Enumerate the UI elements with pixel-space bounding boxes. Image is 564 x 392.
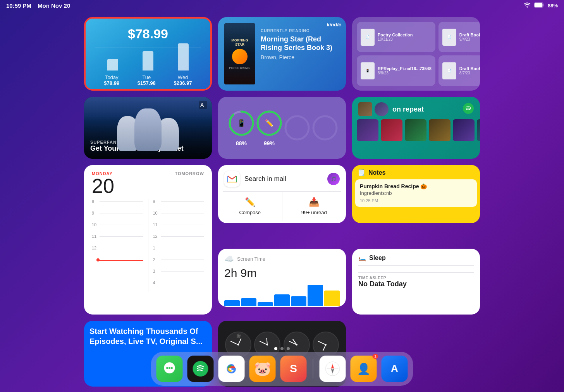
battery-item-2: ✏️ 99% — [255, 109, 283, 146]
spotify-widget[interactable]: on repeat — [352, 97, 480, 159]
dock: 🐷 S 👤 1 A — [151, 352, 413, 386]
svg-text:A: A — [200, 102, 204, 108]
unread-label: 99+ unread — [301, 210, 327, 215]
dock-appstore[interactable]: A — [382, 356, 408, 382]
file-date-3: 8/8/23 — [378, 71, 432, 75]
cal-header: MONDAY 20 TOMORROW — [92, 171, 204, 196]
file-thumb-3: 📱 — [361, 62, 375, 79]
gmail-widget[interactable]: Search in mail 🎵 ✏️ Compose 📥 99+ unread — [218, 165, 346, 223]
svg-point-9 — [313, 116, 337, 139]
album-6 — [477, 119, 480, 141]
cal-tomorrow-col: 9 10 11 12 1 2 3 4 — [148, 199, 205, 292]
album-5 — [453, 119, 475, 141]
st-bar-5 — [291, 296, 306, 306]
sleep-widget[interactable]: 🛏️ Sleep TIME ASLEEP No Data Today — [352, 249, 480, 315]
svg-point-12 — [166, 367, 168, 369]
clock-dot-paris — [325, 344, 327, 346]
kindle-author: Brown, Pierce — [261, 54, 334, 60]
dock-messages[interactable] — [156, 356, 183, 382]
kindle-logo: kindle — [327, 21, 341, 28]
sleep-icon: 🛏️ — [358, 254, 366, 261]
spotify-album-preview — [358, 102, 389, 116]
battery-widget[interactable]: 📱 88% ✏️ 99% — [218, 97, 346, 159]
file-item-2[interactable]: 📄 Draft Book 1_4 9/4/23 — [438, 22, 480, 52]
st-bar-4 — [274, 294, 290, 306]
file-date-2: 9/4/23 — [459, 37, 480, 41]
status-date: Mon Nov 20 — [38, 2, 70, 9]
finance-widget[interactable]: $78.99 Today$78.99 Tue$157.98 Wed$236.97 — [84, 17, 212, 91]
svg-point-14 — [171, 367, 173, 369]
inbox-icon: 📥 — [309, 197, 319, 207]
dock-google[interactable] — [218, 356, 245, 382]
gmail-avatar: 🎵 — [327, 173, 340, 185]
dot-3[interactable] — [287, 347, 290, 350]
screentime-label: Screen Time — [237, 256, 265, 262]
gmail-actions: ✏️ Compose 📥 99+ unread — [218, 192, 346, 221]
battery-ring-svg-4 — [311, 114, 339, 142]
file-item-4[interactable]: 📄 Draft Book 1_3 8/7/23 — [438, 55, 480, 86]
hour-hand-paris — [323, 345, 326, 351]
spotify-header: on repeat — [352, 97, 480, 119]
file-name-2: Draft Book 1_4 — [459, 33, 480, 37]
compose-icon: ✏️ — [245, 197, 255, 207]
file-name-1: Poetry Collection — [378, 33, 432, 37]
file-item-3[interactable]: 📱 RPReplay_Fi-nal16...73548 8/8/23 — [357, 55, 435, 86]
dock-spotify[interactable] — [187, 356, 214, 382]
notes-widget[interactable]: 🗒️ Notes Pumpkin Bread Recipe 🎃 Ingredie… — [352, 165, 480, 223]
kindle-widget[interactable]: kindle MORNING STAR PIERCE BROWN CURRENT… — [218, 17, 346, 91]
kindle-label: CURRENTLY READING — [261, 29, 334, 33]
svg-point-8 — [285, 116, 309, 139]
cal-date: 20 — [92, 176, 114, 196]
album-3 — [405, 119, 426, 141]
dock-piggy[interactable]: 🐷 — [249, 356, 276, 382]
battery-pct-1: 88% — [236, 140, 247, 146]
finance-labels: Today$78.99 Tue$157.98 Wed$236.97 — [95, 74, 201, 86]
dock-skype[interactable]: S — [280, 356, 307, 382]
dot-2[interactable] — [280, 347, 284, 350]
gmail-compose-action[interactable]: ✏️ Compose — [218, 192, 282, 221]
notes-header: 🗒️ Notes — [352, 165, 480, 179]
skype-s-label: S — [290, 363, 297, 375]
page-dots — [274, 347, 290, 350]
dot-1[interactable] — [274, 347, 277, 350]
nfl-widget[interactable]: A SUPERFANS Get Your NFL Sunday Ticket — [84, 97, 212, 159]
battery-icon — [534, 2, 545, 9]
album-2 — [381, 119, 402, 141]
notes-note-body: Ingredients:nb — [360, 190, 472, 196]
file-thumb-2: 📄 — [442, 29, 456, 46]
notes-title: Notes — [368, 169, 385, 176]
gmail-search-text: Search in mail — [244, 175, 323, 183]
sleep-lines — [358, 265, 474, 273]
gmail-top: Search in mail 🎵 — [218, 165, 346, 191]
battery-pct: 88% — [548, 3, 558, 9]
notes-body: Pumpkin Bread Recipe 🎃 Ingredients:nb 10… — [355, 179, 477, 207]
st-chart-container: 2 PM 8 PM — [224, 283, 340, 307]
battery-item-3 — [283, 114, 311, 142]
battery-ring-svg-3 — [283, 114, 311, 142]
gmail-inbox-action[interactable]: 📥 99+ unread — [282, 192, 346, 221]
clock-dot-chicago — [267, 344, 268, 346]
finance-bars — [95, 51, 201, 70]
status-bar: 10:59 PM Mon Nov 20 88% — [0, 0, 564, 11]
svg-text:A: A — [391, 363, 398, 374]
dock-cardhop[interactable]: 👤 1 — [351, 356, 377, 382]
files-widget[interactable]: 📄 Poetry Collection 10/31/23 📄 Draft Boo… — [352, 17, 480, 91]
st-bar-6 — [308, 285, 323, 306]
file-item-1[interactable]: 📄 Poetry Collection 10/31/23 — [357, 22, 435, 52]
dock-safari[interactable] — [320, 356, 346, 382]
battery-device-icon-1: 📱 — [237, 119, 246, 127]
dock-badge-cardhop: 1 — [372, 354, 378, 359]
app-store-icon: A — [199, 101, 207, 111]
st-bar-1 — [224, 300, 240, 306]
wifi-icon — [524, 2, 531, 9]
cal-body: 8 9 10 11 12 9 10 11 12 1 2 3 4 — [92, 199, 204, 292]
kindle-title: Morning Star (Red Rising Series Book 3) — [261, 35, 334, 52]
st-bar-2 — [241, 298, 256, 306]
clock-dot-phoenix — [296, 344, 297, 346]
calendar-widget[interactable]: MONDAY 20 TOMORROW 8 9 10 11 12 9 10 11 — [84, 165, 212, 315]
screentime-widget[interactable]: ☁️ Screen Time 2h 9m 2 PM 8 PM — [218, 249, 346, 307]
sleep-label: TIME ASLEEP — [358, 276, 474, 280]
battery-device-icon-2: ✏️ — [265, 119, 273, 127]
spotify-playlist-title: on repeat — [392, 105, 463, 113]
file-date-1: 10/31/23 — [378, 37, 432, 41]
